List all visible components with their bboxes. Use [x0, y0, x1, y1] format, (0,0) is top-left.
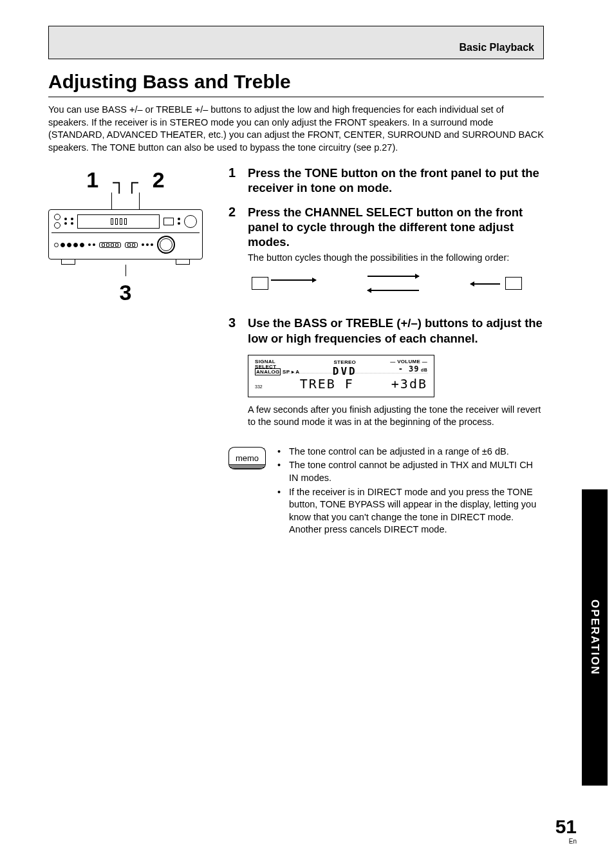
section-label: Basic Playback [459, 42, 534, 53]
lcd-volume-value: - 39 [398, 364, 420, 373]
page-title: Adjusting Bass and Treble [48, 71, 544, 97]
step-heading: Use the BASS or TREBLE (+/–) buttons to … [248, 316, 544, 345]
lcd-analog-label: ANALOG [255, 368, 281, 375]
step-3: 3 Use the BASS or TREBLE (+/–) buttons t… [228, 316, 544, 428]
side-tab: OPERATION [582, 489, 608, 786]
section-header: Basic Playback [48, 26, 544, 59]
step-heading: Press the TONE button on the front panel… [248, 165, 544, 195]
step-text: The button cycles though the possibiliti… [248, 252, 544, 265]
lcd-treb-value: +3dB [391, 376, 427, 392]
callout-bracket-icon: ┐┌ [113, 173, 138, 191]
page-number-block: 51 En [555, 816, 577, 845]
lcd-stereo-label: STEREO [333, 359, 356, 365]
page-language: En [555, 838, 577, 845]
step-number: 2 [228, 205, 240, 307]
lcd-display: SIGNAL SELECT ANALOG SP ▸ A STEREO DVD —… [248, 355, 434, 397]
step-after-text: A few seconds after you finish adjusting… [248, 404, 544, 429]
step-2: 2 Press the CHANNEL SELECT button on the… [228, 205, 544, 307]
memo-text: If the receiver is in DIRECT mode and yo… [289, 486, 544, 536]
lcd-tiny-label: 332 [255, 384, 263, 389]
lcd-treb-label: TREB F [300, 376, 354, 392]
lcd-volume-label: — VOLUME — [390, 359, 427, 364]
step-1: 1 Press the TONE button on the front pan… [228, 165, 544, 195]
step-number: 1 [228, 165, 240, 195]
cycle-diagram [248, 273, 544, 295]
memo-label: memo [228, 452, 266, 464]
memo-text: The tone control can be adjusted in a ra… [289, 446, 509, 458]
side-tab-label: OPERATION [588, 599, 601, 675]
memo-item: •If the receiver is in DIRECT mode and y… [277, 486, 544, 536]
step-heading: Press the CHANNEL SELECT button on the f… [248, 205, 544, 249]
intro-paragraph: You can use BASS +/– or TREBLE +/– butto… [48, 104, 544, 154]
callout-3: 3 [48, 280, 203, 305]
callout-1: 1 [86, 167, 98, 193]
memo-item: •The tone control cannot be adjusted in … [277, 459, 544, 484]
page-number: 51 [555, 816, 577, 838]
callout-2: 2 [153, 167, 165, 193]
lcd-speaker-label: SP ▸ A [283, 369, 299, 375]
memo-item: •The tone control can be adjusted in a r… [277, 446, 544, 458]
step-number: 3 [228, 316, 240, 428]
memo-icon: memo [228, 447, 266, 538]
memo-text: The tone control cannot be adjusted in T… [289, 459, 544, 484]
device-diagram: 1 ┐┌ 2 [48, 165, 203, 305]
lcd-volume-unit: dB [421, 368, 427, 372]
memo-block: memo •The tone control can be adjusted i… [228, 446, 544, 538]
